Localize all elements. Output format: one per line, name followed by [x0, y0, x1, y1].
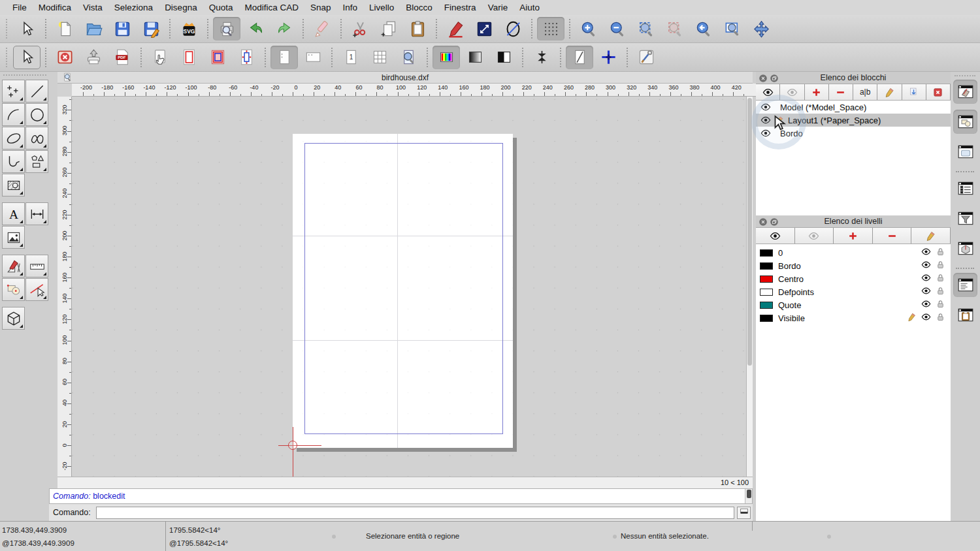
select-mode-button[interactable]: [13, 46, 41, 69]
menu-quota[interactable]: Quota: [203, 3, 239, 12]
dock-pattern-toggle[interactable]: [953, 236, 977, 260]
grid-toggle-button[interactable]: [537, 17, 564, 40]
menu-modifica[interactable]: Modifica: [33, 3, 77, 12]
zoom-previous-button[interactable]: [690, 17, 717, 40]
edit-layer-button[interactable]: [911, 228, 951, 244]
dock-layer-list-toggle[interactable]: [953, 110, 977, 134]
menu-livello[interactable]: Livello: [363, 3, 400, 12]
print-preview-button[interactable]: [213, 17, 240, 40]
zoom-in-button[interactable]: [575, 17, 602, 40]
lock-icon[interactable]: [936, 260, 945, 272]
dock-drag-handle[interactable]: [955, 75, 975, 76]
redo-button[interactable]: [270, 17, 298, 40]
cut-button[interactable]: [346, 17, 374, 40]
zoom-out-button[interactable]: [604, 17, 631, 40]
full-color-button[interactable]: [433, 46, 460, 69]
add-block-button[interactable]: [805, 84, 829, 100]
scale-line-button[interactable]: [566, 46, 593, 69]
command-history-scrollbar[interactable]: [745, 489, 752, 503]
layer-list-item[interactable]: Bordo: [756, 259, 951, 272]
print-button[interactable]: [80, 46, 107, 69]
command-history-scrollbar-thumb[interactable]: [747, 490, 751, 498]
dock-selection-filter-toggle[interactable]: [953, 206, 977, 230]
menu-varie[interactable]: Varie: [482, 3, 514, 12]
explode-tool[interactable]: [25, 278, 48, 301]
shape-tool[interactable]: [25, 150, 48, 173]
lock-icon[interactable]: [936, 299, 945, 311]
text-tool[interactable]: A: [2, 202, 25, 225]
edit-block-button[interactable]: [877, 84, 902, 100]
ellipse-slash-button[interactable]: [499, 17, 527, 40]
remove-block-button[interactable]: [829, 84, 853, 100]
polyline-tool[interactable]: [2, 150, 25, 173]
line-tool[interactable]: [25, 80, 48, 102]
menu-seleziona[interactable]: Seleziona: [108, 3, 159, 12]
eye-icon[interactable]: [921, 312, 931, 324]
image-tool[interactable]: [2, 226, 25, 249]
measure-tool[interactable]: [25, 255, 48, 277]
paste-button[interactable]: [404, 17, 431, 40]
block-tool[interactable]: [2, 278, 25, 301]
layer-list-item[interactable]: Visibile: [756, 311, 951, 324]
command-options-button[interactable]: [737, 507, 751, 519]
hide-all-layers-button[interactable]: [795, 228, 834, 244]
menu-modifica-cad[interactable]: Modifica CAD: [238, 3, 304, 12]
menu-info[interactable]: Info: [337, 3, 364, 12]
select-tool-button[interactable]: [13, 17, 41, 40]
dock-clipboard-toggle[interactable]: [953, 303, 977, 327]
eye-icon[interactable]: [921, 247, 931, 259]
layer-list-item[interactable]: 0: [756, 246, 951, 259]
pan-button[interactable]: [747, 17, 775, 40]
undo-button[interactable]: [242, 17, 269, 40]
lock-icon[interactable]: [936, 247, 945, 259]
save-button[interactable]: [108, 17, 136, 40]
vertical-scrollbar[interactable]: [746, 97, 753, 477]
zoom-window-button[interactable]: [719, 17, 746, 40]
lock-icon[interactable]: [936, 312, 945, 324]
horizontal-scrollbar[interactable]: 10 < 100: [57, 477, 753, 488]
ellipse-tool[interactable]: [2, 127, 25, 150]
multi-page-button[interactable]: [366, 46, 393, 69]
dock-library-toggle[interactable]: [953, 140, 977, 164]
toolbar-drag-handle[interactable]: [6, 48, 7, 67]
menu-disegna[interactable]: Disegna: [159, 3, 203, 12]
show-all-layers-button[interactable]: [756, 228, 795, 244]
point-tool[interactable]: [2, 80, 25, 102]
portrait-button[interactable]: [270, 46, 298, 69]
menu-aiuto[interactable]: Aiuto: [514, 3, 546, 12]
circle-tool[interactable]: [25, 103, 48, 126]
black-white-button[interactable]: [490, 46, 517, 69]
arc-tool[interactable]: [2, 103, 25, 126]
eye-icon[interactable]: [921, 260, 931, 272]
layer-list-item[interactable]: Quote: [756, 298, 951, 311]
save-as-button[interactable]: [137, 17, 165, 40]
move-paper-button[interactable]: [146, 46, 174, 69]
single-page-button[interactable]: 1: [337, 46, 365, 69]
eye-icon[interactable]: [921, 273, 931, 285]
dimension-tool[interactable]: [25, 202, 48, 225]
lock-icon[interactable]: [936, 273, 945, 285]
page-border-button[interactable]: [175, 46, 203, 69]
lengthen-button[interactable]: [470, 17, 498, 40]
eye-icon[interactable]: [921, 286, 931, 298]
zoom-auto-button[interactable]: [632, 17, 660, 40]
zoom-page-button[interactable]: [395, 46, 422, 69]
crosshair-button[interactable]: [595, 46, 622, 69]
dock-property-editor-toggle[interactable]: [953, 176, 977, 200]
close-print-preview-button[interactable]: [51, 46, 78, 69]
spline-tool[interactable]: [25, 127, 48, 150]
vertical-scrollbar-thumb[interactable]: [747, 98, 752, 366]
remove-layer-button[interactable]: [873, 228, 912, 244]
modify-tools[interactable]: [2, 255, 25, 277]
settings-tools-button[interactable]: [632, 46, 660, 69]
center-vertical-button[interactable]: [528, 46, 555, 69]
copy-button[interactable]: [375, 17, 402, 40]
insert-block-button[interactable]: [902, 84, 926, 100]
fit-to-page-button[interactable]: [233, 46, 260, 69]
menu-vista[interactable]: Vista: [77, 3, 108, 12]
palette-drag-handle[interactable]: [3, 74, 46, 76]
layer-list-item[interactable]: Centro: [756, 272, 951, 285]
grayscale-button[interactable]: [461, 46, 489, 69]
landscape-button[interactable]: [299, 46, 327, 69]
layer-list-item[interactable]: Defpoints: [756, 285, 951, 298]
